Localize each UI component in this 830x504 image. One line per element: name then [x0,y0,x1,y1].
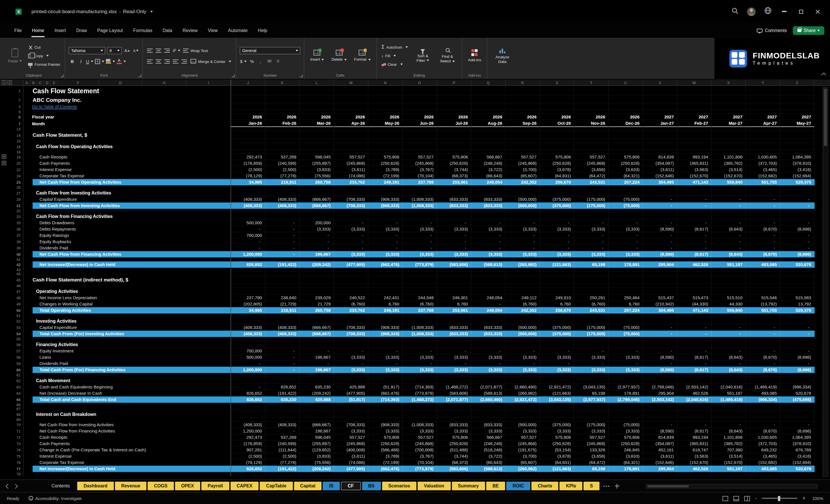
cell[interactable]: (3,333) [471,226,506,232]
cell[interactable] [540,276,574,284]
cell[interactable]: - [711,324,746,330]
row-label[interactable]: Changes in Working Capital [24,301,231,307]
row-label[interactable]: Dividends Paid [24,245,231,251]
cell[interactable] [265,150,300,154]
cell[interactable] [574,284,609,288]
cell[interactable] [780,143,815,150]
cell[interactable]: (1,008,333) [403,196,437,202]
cell[interactable]: - [643,239,677,245]
cell[interactable]: (75,000) [609,330,643,337]
cell[interactable]: - [403,232,437,239]
cell[interactable]: (3,333) [540,251,574,257]
cell[interactable]: (408,333) [265,202,300,209]
cell[interactable]: (583,606) [437,390,471,397]
cell[interactable]: - [746,202,780,209]
cell[interactable] [711,276,746,284]
cell[interactable]: 993,194 [677,154,711,160]
cell[interactable]: (53,154) [540,447,574,453]
cell[interactable] [574,86,609,96]
cell[interactable] [231,373,265,377]
cell[interactable]: (3,744) [437,453,471,460]
cell[interactable]: - [334,360,369,367]
document-title[interactable]: printed-circuit-board-manufacturing.xlsx… [31,8,153,14]
cell[interactable] [711,110,746,114]
cell[interactable]: (3,811) [334,453,369,460]
cell[interactable] [369,407,403,411]
cell[interactable]: (152,682) [746,173,780,179]
cell[interactable]: (3,333) [403,428,437,434]
row-label[interactable]: Cash Payments [24,160,231,166]
cell[interactable] [437,284,471,288]
cell[interactable] [643,341,677,348]
cell[interactable]: (3,633) [609,453,643,460]
cell[interactable]: 557,527 [574,154,609,160]
cell[interactable] [746,150,780,154]
excel-app-icon[interactable]: X [15,8,22,14]
row-label[interactable]: Change in Cash (Pre-Corporate Tax & Inte… [24,447,231,453]
cell[interactable] [609,86,643,96]
cell[interactable] [300,86,334,96]
cell[interactable]: (8,617) [677,428,711,434]
cell[interactable]: - [677,232,711,239]
cell[interactable]: (3,333) [574,251,609,257]
column-header-I[interactable]: I [187,80,231,85]
cell[interactable]: (75,000) [609,324,643,330]
cell[interactable] [437,189,471,196]
cell[interactable] [643,213,677,220]
cell[interactable]: (66,643) [471,173,506,179]
row-label[interactable]: Net Cash Flow from Investing Activities [24,421,231,428]
cell[interactable]: (996,334) [746,397,780,403]
cell[interactable] [609,209,643,213]
cell[interactable] [574,268,609,272]
cell[interactable] [300,403,334,407]
cell[interactable]: - [746,421,780,428]
cell[interactable] [711,139,746,143]
cell[interactable] [265,139,300,143]
cell[interactable]: - [746,324,780,330]
cell[interactable]: - [403,239,437,245]
cell[interactable]: (3,333) [369,251,403,257]
cell[interactable]: 233,762 [334,179,369,185]
cell[interactable]: 249,191 [369,307,403,314]
cell[interactable]: - [540,245,574,251]
cell[interactable] [540,341,574,348]
cell[interactable] [574,127,609,131]
cell[interactable] [231,131,265,139]
increase-font-button[interactable]: A [124,46,131,54]
cell[interactable] [300,268,334,272]
cell[interactable]: 1,030,605 [746,154,780,160]
bold-button[interactable]: B [69,58,76,65]
cell[interactable] [540,213,574,220]
cell[interactable] [506,150,540,154]
cell[interactable] [437,403,471,407]
cell[interactable]: 242,431 [369,295,403,301]
cell[interactable]: (64,321) [609,460,643,466]
cell[interactable] [334,213,369,220]
cell[interactable] [437,131,471,139]
cell[interactable]: (8,590) [643,367,677,373]
cell[interactable] [231,407,265,411]
cell[interactable]: (175,000) [574,421,609,428]
cell[interactable] [677,407,711,411]
increase-indent-button[interactable] [181,58,188,65]
cell[interactable]: (8,696) [780,251,815,257]
cell[interactable]: (8,617) [677,354,711,360]
tab-capex[interactable]: CAPEX [230,482,259,490]
clear-button[interactable]: Clear [380,60,409,68]
cell[interactable] [403,276,437,284]
tab-be[interactable]: BE [486,482,505,490]
cell[interactable]: - [677,330,711,337]
cell[interactable]: - [265,360,300,367]
cell[interactable]: (77,278) [265,460,300,466]
cell[interactable] [540,403,574,407]
cell[interactable]: (2,921,472) [506,397,540,403]
zoom-out-button[interactable]: - [755,496,757,501]
cell[interactable] [677,403,711,407]
cell[interactable]: (586,488) [369,447,403,453]
cell[interactable] [369,96,403,103]
row-number[interactable]: 76 [10,460,24,466]
cell[interactable]: (3,811) [334,166,369,173]
cell[interactable] [677,189,711,196]
cell[interactable] [300,185,334,189]
cell[interactable] [780,257,815,261]
